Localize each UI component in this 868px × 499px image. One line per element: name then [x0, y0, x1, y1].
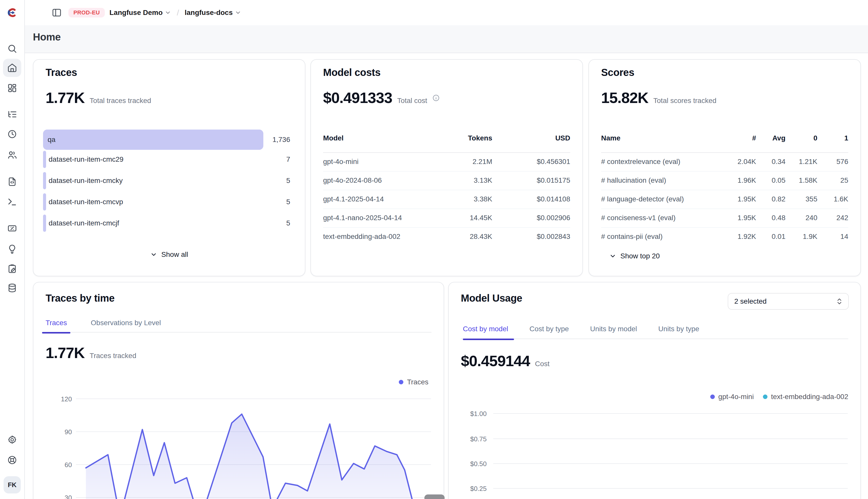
dashboards-icon[interactable]	[7, 83, 17, 93]
home-icon[interactable]	[7, 63, 17, 73]
cell-one: 14	[817, 233, 848, 241]
sessions-clock-icon[interactable]	[7, 129, 17, 139]
trace-bar-label: dataset-run-item-cmcjf	[49, 219, 119, 227]
cell-one: 576	[817, 158, 848, 166]
breadcrumb-separator: /	[176, 8, 180, 17]
trace-bar-label: dataset-run-item-cmcvp	[49, 198, 123, 206]
users-icon[interactable]	[7, 150, 17, 160]
col-usd: USD	[492, 134, 570, 142]
playground-terminal-icon[interactable]	[7, 197, 17, 207]
show-all-button[interactable]: Show all	[33, 251, 305, 259]
trace-bar-label: qa	[48, 136, 56, 144]
settings-gear-icon[interactable]	[7, 435, 17, 445]
org-switcher[interactable]: Langfuse Demo	[109, 9, 171, 17]
trace-bar-row[interactable]: dataset-run-item-cmcvp 5	[43, 193, 293, 210]
chevron-down-icon	[609, 253, 616, 260]
trace-bar-label: dataset-run-item-cmcky	[49, 177, 123, 185]
gridlines	[493, 413, 848, 488]
tracing-icon[interactable]	[7, 109, 17, 119]
svg-text:$0.50: $0.50	[470, 460, 487, 467]
annotation-clipboard-icon[interactable]	[7, 264, 17, 274]
trace-bar	[43, 151, 46, 168]
cell-one: 242	[817, 214, 848, 222]
cell-avg: 0.34	[756, 158, 785, 166]
cell-name: # contextrelevance (eval)	[601, 158, 721, 166]
score-row: # conciseness-v1 (eval) 1.95K 0.48 240 2…	[601, 208, 848, 228]
trace-bar-label: dataset-run-item-cmc29	[49, 155, 123, 163]
traces-total-label: Total traces tracked	[90, 97, 151, 105]
svg-text:60: 60	[64, 461, 72, 468]
score-row: # contains-pii (eval) 1.92K 0.01 1.9K 14	[601, 227, 848, 246]
cell-model: gpt-4o-2024-08-06	[323, 177, 431, 184]
cell-model: gpt-4.1-2025-04-14	[323, 195, 431, 203]
model-costs-title: Model costs	[323, 67, 381, 78]
cell-model: text-embedding-ada-002	[323, 233, 431, 241]
show-all-label: Show all	[161, 251, 188, 259]
project-switcher[interactable]: langfuse-docs	[185, 9, 241, 17]
col-zero: 0	[785, 134, 817, 142]
model-cost-row: text-embedding-ada-002 28.43K $0.002843	[323, 227, 570, 246]
show-top-20-button[interactable]: Show top 20	[609, 252, 660, 260]
cell-avg: 0.05	[756, 177, 785, 184]
langfuse-logo-icon	[6, 7, 18, 19]
trace-bar-count: 5	[286, 219, 290, 227]
cell-name: # hallucination (eval)	[601, 177, 721, 184]
cell-one: 25	[817, 177, 848, 184]
app-window: FK PROD-EU Langfuse Demo / langfuse-docs…	[0, 0, 868, 499]
traces-metric: 1.77K Total traces tracked	[46, 89, 151, 107]
trace-bar-row[interactable]: dataset-run-item-cmcjf 5	[43, 215, 293, 232]
user-avatar[interactable]: FK	[3, 476, 21, 494]
cell-count: 2.04K	[721, 158, 756, 166]
evaluations-percent-icon[interactable]	[7, 223, 17, 233]
svg-text:90: 90	[64, 428, 72, 436]
cell-tokens: 2.21M	[431, 158, 492, 166]
trace-bar-row[interactable]: dataset-run-item-cmc29 7	[43, 151, 293, 168]
scores-header: Name # Avg 0 1	[601, 134, 848, 142]
project-name: langfuse-docs	[185, 9, 233, 17]
col-avg: Avg	[756, 134, 785, 142]
cell-count: 1.95K	[721, 195, 756, 203]
cell-tokens: 3.13K	[431, 177, 492, 184]
score-row: # hallucination (eval) 1.96K 0.05 1.58K …	[601, 171, 848, 190]
cell-model: gpt-4.1-nano-2025-04-14	[323, 214, 431, 222]
support-lifebuoy-icon[interactable]	[7, 455, 17, 465]
cell-avg: 0.82	[756, 195, 785, 203]
cell-tokens: 14.45K	[431, 214, 492, 222]
y-axis-ticks: $1.00 $0.75 $0.50 $0.25	[470, 410, 487, 492]
col-count: #	[721, 134, 756, 142]
org-name: Langfuse Demo	[109, 9, 163, 17]
datasets-database-icon[interactable]	[7, 283, 17, 293]
y-axis-ticks: 120 90 60 30	[61, 395, 72, 499]
insights-lightbulb-icon[interactable]	[7, 244, 17, 254]
trace-bar-row[interactable]: qa 1,736	[43, 130, 293, 150]
cell-zero: 1.58K	[785, 177, 817, 184]
score-row: # contextrelevance (eval) 2.04K 0.34 1.2…	[601, 152, 848, 172]
total-scores-label: Total scores tracked	[653, 97, 716, 105]
trace-bar	[43, 215, 46, 232]
cell-zero: 240	[785, 214, 817, 222]
environment-badge: PROD-EU	[68, 8, 105, 17]
cell-name: # conciseness-v1 (eval)	[601, 214, 721, 222]
widget-resize-handle[interactable]	[424, 495, 445, 499]
sidebar: FK	[0, 0, 25, 499]
trace-bar-count: 1,736	[272, 136, 290, 144]
trace-bar	[43, 172, 46, 189]
search-icon[interactable]	[7, 44, 17, 54]
cell-model: gpt-4o-mini	[323, 158, 431, 166]
svg-text:$1.00: $1.00	[470, 410, 487, 417]
svg-text:$0.75: $0.75	[470, 435, 487, 443]
cell-count: 1.96K	[721, 177, 756, 184]
model-cost-row: gpt-4o-2024-08-06 3.13K $0.015175	[323, 171, 570, 190]
chevron-down-icon	[150, 251, 157, 258]
prompts-file-icon[interactable]	[7, 177, 17, 187]
cell-avg: 0.48	[756, 214, 785, 222]
trace-bar-row[interactable]: dataset-run-item-cmcky 5	[43, 172, 293, 189]
traces-card: Traces 1.77K Total traces tracked qa 1,7…	[33, 59, 305, 276]
sidebar-toggle-icon[interactable]	[52, 8, 62, 18]
model-cost-row: gpt-4.1-nano-2025-04-14 14.45K $0.002906	[323, 208, 570, 228]
total-cost-label: Total cost	[397, 97, 427, 105]
info-icon[interactable]	[432, 94, 440, 102]
trace-bar	[43, 130, 263, 150]
svg-text:$0.25: $0.25	[470, 485, 487, 492]
model-costs-header: Model Tokens USD	[323, 134, 570, 142]
